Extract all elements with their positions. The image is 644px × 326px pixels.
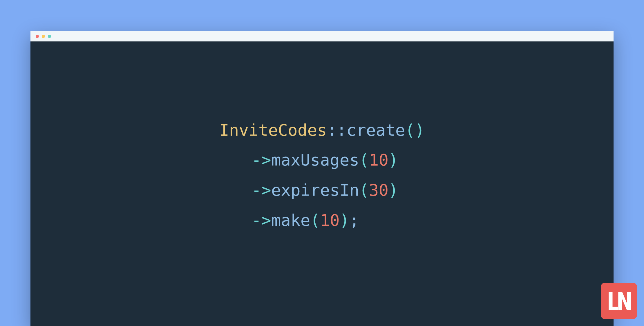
window-titlebar — [30, 31, 614, 41]
token-paren: ( — [359, 181, 369, 199]
token-paren: ) — [340, 211, 350, 230]
token-scope: :: — [327, 121, 346, 139]
token-paren: ( — [405, 121, 415, 139]
code-line-4: ->make(10); — [219, 205, 425, 235]
token-number: 10 — [369, 150, 388, 169]
code-line-3: ->expiresIn(30) — [219, 175, 425, 205]
token-class: InviteCodes — [219, 121, 327, 139]
close-icon[interactable] — [36, 35, 39, 38]
token-paren: ) — [388, 150, 398, 169]
token-method: make — [271, 211, 310, 230]
minimize-icon[interactable] — [42, 35, 45, 38]
token-number: 30 — [369, 181, 388, 199]
code-editor: InviteCodes::create() ->maxUsages(10) ->… — [30, 41, 614, 326]
code-block: InviteCodes::create() ->maxUsages(10) ->… — [219, 115, 425, 235]
code-line-2: ->maxUsages(10) — [219, 145, 425, 175]
code-line-1: InviteCodes::create() — [219, 115, 425, 145]
token-arrow: -> — [252, 181, 271, 199]
token-paren: ) — [415, 121, 425, 139]
token-arrow: -> — [252, 150, 271, 169]
editor-window: InviteCodes::create() ->maxUsages(10) ->… — [30, 31, 614, 326]
token-method: expiresIn — [271, 181, 359, 199]
token-semi: ; — [349, 211, 359, 230]
token-arrow: -> — [252, 211, 271, 230]
token-method: maxUsages — [271, 150, 359, 169]
token-paren: ( — [310, 211, 320, 230]
ln-logo-icon — [606, 288, 632, 314]
token-number: 10 — [320, 211, 339, 230]
token-method: create — [346, 121, 405, 139]
ln-logo — [601, 283, 637, 319]
token-paren: ) — [388, 181, 398, 199]
maximize-icon[interactable] — [48, 35, 51, 38]
token-paren: ( — [359, 150, 369, 169]
